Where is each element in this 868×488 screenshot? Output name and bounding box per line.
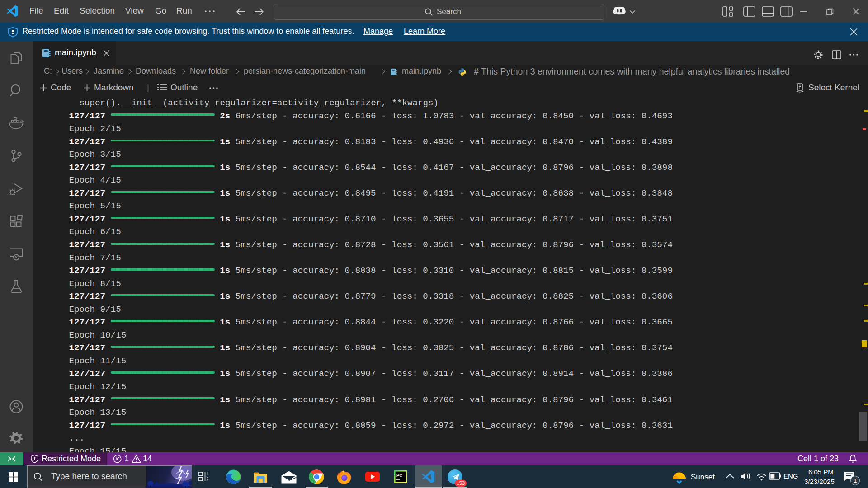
svg-text:PC: PC (396, 473, 402, 478)
